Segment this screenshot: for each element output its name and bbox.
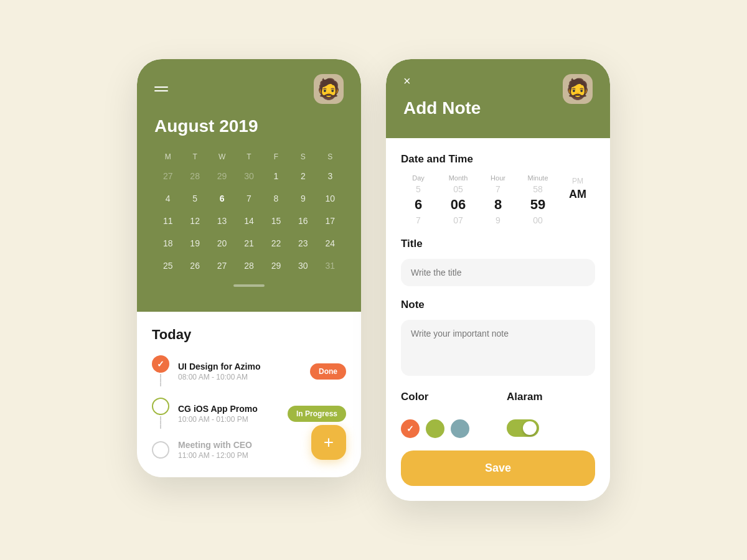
cal-day[interactable]: 15 (263, 210, 289, 232)
cal-day[interactable]: 29 (209, 165, 235, 187)
task-time: 10:00 AM - 01:00 PM (178, 415, 279, 424)
cal-day[interactable]: 27 (209, 254, 235, 277)
cal-day[interactable]: 3 (317, 165, 344, 187)
day-above: 5 (416, 184, 421, 194)
cal-day[interactable]: 20 (209, 232, 235, 254)
cal-day[interactable]: 28 (181, 165, 208, 187)
day-col-label: Day (412, 174, 425, 182)
hour-col-label: Hour (491, 174, 505, 182)
day-value[interactable]: 6 (415, 197, 422, 213)
cal-day[interactable]: 28 (235, 254, 262, 277)
hour-value[interactable]: 8 (494, 197, 502, 213)
note-header: × Add Note 🧔 (386, 59, 610, 138)
cal-header-f: F (263, 149, 289, 165)
title-section: Title (401, 238, 595, 286)
avatar[interactable]: 🧔 (314, 74, 344, 104)
ampm-value[interactable]: AM (569, 188, 586, 201)
calendar-phone-card: 🧔 August 2019 M T W T F S S 27 28 29 30 … (137, 59, 361, 477)
color-label: Color (401, 391, 469, 403)
cal-day[interactable]: 17 (317, 210, 344, 232)
cal-day[interactable]: 1 (263, 165, 289, 187)
color-dot-green[interactable] (426, 419, 444, 438)
minute-below: 00 (533, 215, 543, 225)
task-badge-progress: In Progress (288, 406, 346, 422)
hour-below: 9 (496, 215, 500, 225)
datetime-section: Date and Time Day 5 6 7 Month 05 06 07 (401, 153, 595, 225)
cal-day[interactable]: 9 (289, 187, 316, 210)
cal-day-selected[interactable]: 6 (209, 187, 235, 210)
cal-day[interactable]: 30 (289, 254, 316, 277)
hour-col: Hour 7 8 9 (481, 174, 515, 225)
cal-header-s2: S (317, 149, 344, 165)
cal-day[interactable]: 16 (289, 210, 316, 232)
minute-value[interactable]: 59 (530, 197, 545, 213)
cal-day[interactable]: 19 (181, 232, 208, 254)
cal-day[interactable]: 31 (317, 254, 344, 277)
task-item-3: Meeting with CEO 11:00 AM - 12:00 PM + (152, 440, 346, 460)
cal-header-m: M (154, 149, 181, 165)
scroll-bar (233, 284, 265, 287)
hour-above: 7 (496, 184, 500, 194)
cal-day[interactable]: 25 (154, 254, 181, 277)
cal-day[interactable]: 8 (263, 187, 289, 210)
note-textarea[interactable] (401, 320, 595, 376)
close-button[interactable]: × (403, 74, 411, 88)
task-dot-done: ✓ (152, 355, 169, 373)
minute-col: Minute 58 59 00 (520, 174, 555, 225)
ampm-above: PM (572, 177, 583, 185)
month-above: 05 (453, 184, 463, 194)
task-dot-in-progress (152, 398, 169, 415)
avatar-image-note: 🧔 (565, 79, 590, 99)
toggle-container (507, 419, 543, 437)
task-content-2: CG iOS App Promo 10:00 AM - 01:00 PM (178, 404, 279, 424)
cal-header-w: W (209, 149, 235, 165)
cal-day[interactable]: 24 (317, 232, 344, 254)
task-item-2: CG iOS App Promo 10:00 AM - 01:00 PM In … (152, 398, 346, 430)
datetime-cols: Day 5 6 7 Month 05 06 07 Hour (401, 174, 595, 225)
cal-day[interactable]: 27 (154, 165, 181, 187)
cal-day[interactable]: 30 (235, 165, 262, 187)
alarm-section: Alaram (507, 391, 543, 438)
dot-line (160, 416, 161, 429)
cal-day[interactable]: 11 (154, 210, 181, 232)
cal-day[interactable]: 26 (181, 254, 208, 277)
task-indicator-3 (152, 441, 169, 459)
fab-button[interactable]: + (311, 425, 346, 460)
datetime-label: Date and Time (401, 153, 595, 166)
note-section: Note (401, 299, 595, 378)
check-icon: ✓ (157, 359, 164, 369)
task-badge-done: Done (310, 363, 346, 380)
cal-day[interactable]: 2 (289, 165, 316, 187)
calendar-grid: M T W T F S S 27 28 29 30 1 2 3 4 5 6 7 (154, 149, 344, 277)
cal-day[interactable]: 13 (209, 210, 235, 232)
cal-day[interactable]: 10 (317, 187, 344, 210)
cal-day[interactable]: 18 (154, 232, 181, 254)
cal-day[interactable]: 14 (235, 210, 262, 232)
color-alarm-row: Color Alaram (401, 391, 595, 438)
cal-day[interactable]: 7 (235, 187, 262, 210)
task-dot-pending (152, 441, 169, 459)
color-dot-orange[interactable] (401, 419, 420, 438)
avatar-note[interactable]: 🧔 (563, 74, 593, 104)
cal-day[interactable]: 22 (263, 232, 289, 254)
month-value[interactable]: 06 (451, 197, 466, 213)
alarm-toggle[interactable] (507, 419, 539, 437)
cal-day[interactable]: 23 (289, 232, 316, 254)
cal-day[interactable]: 4 (154, 187, 181, 210)
title-input[interactable] (401, 259, 595, 286)
task-content-1: UI Design for Azimo 08:00 AM - 10:00 AM (178, 362, 301, 381)
task-list: ✓ UI Design for Azimo 08:00 AM - 10:00 A… (152, 355, 346, 460)
task-item-1: ✓ UI Design for Azimo 08:00 AM - 10:00 A… (152, 355, 346, 388)
ampm-col: PM AM -- (560, 174, 595, 225)
color-dot-blue[interactable] (451, 419, 469, 438)
save-button[interactable]: Save (401, 450, 595, 486)
cal-day[interactable]: 29 (263, 254, 289, 277)
cal-day[interactable]: 21 (235, 232, 262, 254)
toggle-knob (523, 421, 537, 435)
menu-icon[interactable] (154, 86, 168, 91)
task-indicator-1: ✓ (152, 355, 169, 388)
today-title: Today (152, 327, 346, 343)
task-time: 08:00 AM - 10:00 AM (178, 373, 301, 381)
cal-day[interactable]: 5 (181, 187, 208, 210)
cal-day[interactable]: 12 (181, 210, 208, 232)
